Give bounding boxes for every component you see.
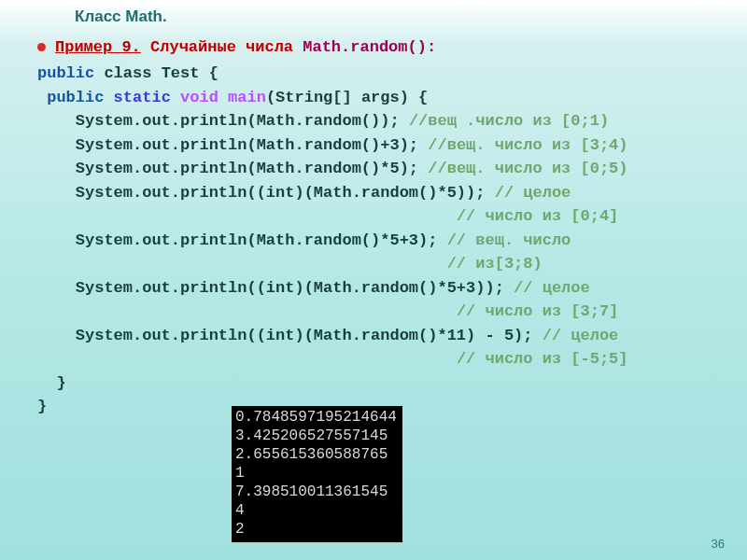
slide-title: Класс Math. xyxy=(75,7,719,26)
output-line: 0.7848597195214644 xyxy=(235,409,397,426)
page-number: 36 xyxy=(712,537,725,551)
example-row: Пример 9. Случайные числа Math.random(): xyxy=(37,37,719,56)
example-label: Пример 9. xyxy=(55,38,141,56)
example-call: Math.random(): xyxy=(303,38,436,56)
output-line: 2 xyxy=(235,521,245,538)
kw-public: public xyxy=(37,64,94,82)
output-line: 1 xyxy=(235,465,245,482)
output-line: 3.425206527557145 xyxy=(235,427,388,444)
output-line: 4 xyxy=(235,502,245,519)
output-line: 2.655615360588765 xyxy=(235,446,388,463)
code-block: public class Test { public static void m… xyxy=(37,62,719,419)
slide-container: Класс Math. Пример 9. Случайные числа Ma… xyxy=(0,0,747,560)
console-output: 0.7848597195214644 3.425206527557145 2.6… xyxy=(232,406,402,542)
output-line: 7.398510011361545 xyxy=(235,483,388,500)
bullet-icon xyxy=(37,43,46,51)
example-desc: Случайные числа xyxy=(141,38,303,56)
example-text: Пример 9. Случайные числа Math.random(): xyxy=(55,38,436,56)
